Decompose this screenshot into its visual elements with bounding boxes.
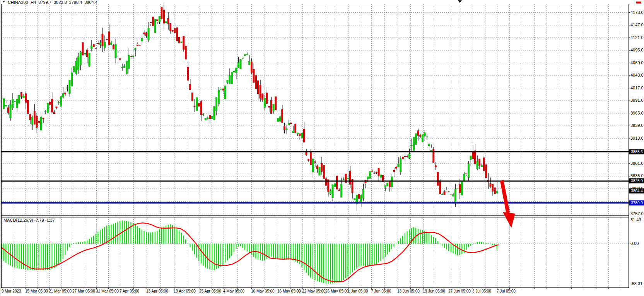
price-tick-label: 4147.0	[630, 22, 644, 27]
price-tick-label: 4043.0	[630, 73, 644, 77]
date-label: 19 Apr 05:00	[174, 289, 196, 293]
date-label: 13 Jun 05:00	[397, 289, 420, 293]
date-label: 26 May 05:00	[325, 289, 349, 293]
price-tick-label: 3965.0	[630, 111, 644, 115]
date-label: 27 Mar 05:00	[72, 289, 95, 293]
price-tag-3885.6: 3885.6	[629, 149, 644, 154]
price-tag-3825.0: 3825.0	[629, 178, 644, 183]
date-label: 4 May 05:00	[223, 289, 244, 293]
date-label: 3 Jul 05:00	[472, 289, 491, 293]
date-label: 1 Jun 05:00	[348, 289, 368, 293]
date-label: 21 Mar 05:00	[49, 289, 72, 293]
macd-tick-label: 0.00	[630, 241, 639, 246]
date-label: 7 Jul 05:00	[497, 289, 516, 293]
price-tick-label: 3991.0	[630, 98, 644, 103]
price-tick-label: 3835.0	[630, 173, 644, 178]
date-label: 10 May 05:00	[251, 289, 275, 293]
date-label: 25 Apr 05:00	[199, 289, 221, 293]
date-label: 13 Apr 05:00	[146, 289, 168, 293]
red-corner-mark	[636, 2, 641, 3]
chart-canvas[interactable]	[0, 0, 644, 296]
date-label: 9 Mar 2023	[2, 289, 21, 293]
price-tick-label: 4095.0	[630, 48, 644, 52]
chart-window[interactable]: ▼ CHINA300-,H4 3799.7 3823.3 3798.4 3804…	[0, 0, 644, 296]
price-tick-label: 4121.0	[630, 35, 644, 40]
price-tick-label: 4173.0	[630, 10, 644, 15]
macd-indicator-label: MACD(12,26,9) -7.79 -1.37	[3, 218, 55, 222]
price-tick-label: 3913.0	[630, 136, 644, 140]
macd-tick-label: 31.43	[630, 217, 641, 222]
price-tag-3780.0: 3780.0	[629, 200, 644, 205]
price-tick-label: 3757.0	[630, 211, 644, 216]
macd-tick-label: -53.31	[630, 281, 642, 286]
price-tick-label: 3939.0	[630, 123, 644, 128]
chart-shift-marker-icon[interactable]	[458, 0, 462, 3]
price-tick-label: 4017.0	[630, 86, 644, 90]
date-label: 15 Mar 05:00	[25, 289, 48, 293]
date-label: 31 Mar 05:00	[96, 289, 119, 293]
price-tick-label: 3861.0	[630, 161, 644, 166]
date-label: 7 Apr 05:00	[120, 289, 139, 293]
date-label: 16 May 05:00	[277, 289, 301, 293]
date-label: 7 Jun 05:00	[371, 289, 391, 293]
price-tag-3804.4: 3804.4	[629, 188, 644, 193]
date-label: 27 Jun 05:00	[448, 289, 471, 293]
date-label: 19 Jun 05:00	[423, 289, 445, 293]
price-tick-label: 4069.0	[630, 60, 644, 65]
date-label: 22 May 05:00	[302, 289, 326, 293]
